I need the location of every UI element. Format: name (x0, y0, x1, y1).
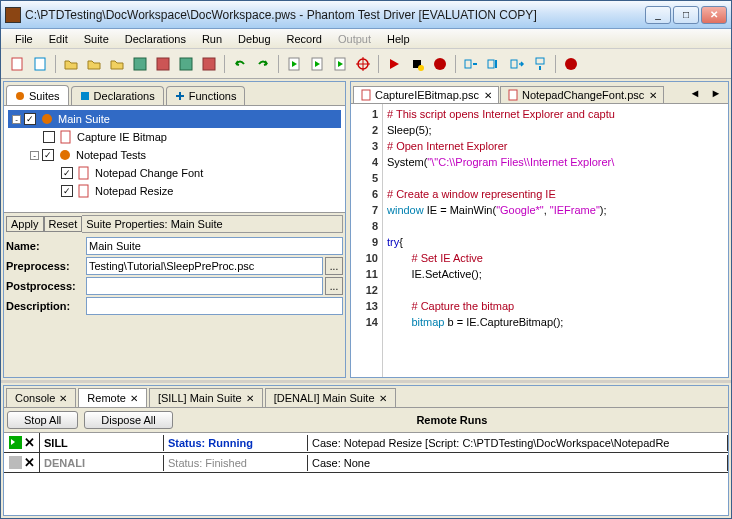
tb-target-icon[interactable] (353, 54, 373, 74)
tree-item[interactable]: ✓Notepad Change Font (8, 164, 341, 182)
code-line[interactable]: bitmap b = IE.CaptureBitmap(); (387, 314, 724, 330)
tb-save3-icon[interactable] (176, 54, 196, 74)
tb-new2-icon[interactable] (30, 54, 50, 74)
code-line[interactable]: System("\"C:\\Program Files\\Internet Ex… (387, 154, 724, 170)
menu-suite[interactable]: Suite (76, 31, 117, 47)
code-line[interactable]: # Create a window representing IE (387, 186, 724, 202)
remote-row[interactable]: ✕SILLStatus: RunningCase: Notepad Resize… (4, 433, 728, 453)
menu-declarations[interactable]: Declarations (117, 31, 194, 47)
code-line[interactable]: # Open Internet Explorer (387, 138, 724, 154)
checkbox[interactable]: ✓ (61, 185, 73, 197)
tab-functions[interactable]: Functions (166, 86, 246, 105)
tb-open2-icon[interactable] (84, 54, 104, 74)
tab-declarations[interactable]: Declarations (71, 86, 164, 105)
tree-item[interactable]: -✓Main Suite (8, 110, 341, 128)
close-tab-icon[interactable]: ✕ (484, 90, 492, 101)
editor-tab[interactable]: NotepadChangeFont.psc✕ (500, 86, 664, 103)
tb-step2-icon[interactable] (484, 54, 504, 74)
tb-step1-icon[interactable] (461, 54, 481, 74)
tb-redo-icon[interactable] (253, 54, 273, 74)
checkbox[interactable]: ✓ (24, 113, 36, 125)
bottom-tab[interactable]: Remote✕ (78, 388, 147, 407)
menu-edit[interactable]: Edit (41, 31, 76, 47)
tb-open3-icon[interactable] (107, 54, 127, 74)
remote-panel: Stop All Dispose All Remote Runs ✕SILLSt… (4, 408, 728, 515)
bottom-tab[interactable]: Console✕ (6, 388, 76, 407)
preprocess-input[interactable] (86, 257, 323, 275)
code-editor[interactable]: 1234567891011121314 # This script opens … (351, 104, 728, 377)
dispose-all-button[interactable]: Dispose All (84, 411, 172, 429)
close-tab-icon[interactable]: ✕ (59, 393, 67, 404)
close-tab-icon[interactable]: ✕ (130, 393, 138, 404)
menu-help[interactable]: Help (379, 31, 418, 47)
checkbox[interactable] (43, 131, 55, 143)
tab-suites[interactable]: Suites (6, 85, 69, 105)
tree-item[interactable]: -✓Notepad Tests (8, 146, 341, 164)
code-line[interactable]: try{ (387, 234, 724, 250)
tab-prev-icon[interactable]: ◄ (685, 83, 705, 103)
code-area[interactable]: # This script opens Internet Explorer an… (383, 104, 728, 377)
menu-output[interactable]: Output (330, 31, 379, 47)
suite-tree[interactable]: -✓Main SuiteCapture IE Bitmap-✓Notepad T… (4, 106, 345, 212)
tb-step3-icon[interactable] (507, 54, 527, 74)
code-line[interactable] (387, 170, 724, 186)
delete-icon[interactable]: ✕ (24, 455, 35, 470)
reset-button[interactable]: Reset (44, 216, 83, 232)
bottom-panel: Console✕Remote✕[SILL] Main Suite✕[DENALI… (3, 385, 729, 516)
menu-record[interactable]: Record (279, 31, 330, 47)
checkbox[interactable]: ✓ (42, 149, 54, 161)
close-tab-icon[interactable]: ✕ (379, 393, 387, 404)
close-tab-icon[interactable]: ✕ (246, 393, 254, 404)
code-line[interactable]: window IE = MainWin("Google*", "IEFrame"… (387, 202, 724, 218)
tb-doc3-icon[interactable] (330, 54, 350, 74)
bottom-tab[interactable]: [SILL] Main Suite✕ (149, 388, 263, 407)
remote-row[interactable]: ✕DENALIStatus: FinishedCase: None (4, 453, 728, 473)
tb-step4-icon[interactable] (530, 54, 550, 74)
close-tab-icon[interactable]: ✕ (649, 90, 657, 101)
tab-next-icon[interactable]: ► (706, 83, 726, 103)
code-line[interactable]: # Set IE Active (387, 250, 724, 266)
code-line[interactable] (387, 282, 724, 298)
line-number: 7 (355, 202, 378, 218)
tb-run2-icon[interactable] (407, 54, 427, 74)
tb-new-icon[interactable] (7, 54, 27, 74)
tb-save4-icon[interactable] (199, 54, 219, 74)
editor-tab[interactable]: CaptureIEBitmap.psc✕ (353, 86, 499, 103)
name-input[interactable] (86, 237, 343, 255)
tb-doc1-icon[interactable] (284, 54, 304, 74)
checkbox[interactable]: ✓ (61, 167, 73, 179)
tree-item[interactable]: ✓Notepad Resize (8, 182, 341, 200)
tb-save2-icon[interactable] (153, 54, 173, 74)
close-button[interactable]: ✕ (701, 6, 727, 24)
maximize-button[interactable]: □ (673, 6, 699, 24)
tb-save-icon[interactable] (130, 54, 150, 74)
titlebar[interactable]: C:\PTDTesting\DocWorkspace\DocWorkspace.… (1, 1, 731, 29)
apply-button[interactable]: Apply (6, 216, 44, 232)
expand-icon[interactable]: - (30, 151, 39, 160)
menu-file[interactable]: File (7, 31, 41, 47)
delete-icon[interactable]: ✕ (24, 435, 35, 450)
bottom-tab[interactable]: [DENALI] Main Suite✕ (265, 388, 396, 407)
code-line[interactable]: # Capture the bitmap (387, 298, 724, 314)
code-line[interactable] (387, 218, 724, 234)
menu-debug[interactable]: Debug (230, 31, 278, 47)
status-cell: Status: Running (164, 435, 308, 451)
minimize-button[interactable]: _ (645, 6, 671, 24)
tb-stop2-icon[interactable] (561, 54, 581, 74)
stop-all-button[interactable]: Stop All (7, 411, 78, 429)
tb-open-icon[interactable] (61, 54, 81, 74)
code-line[interactable]: Sleep(5); (387, 122, 724, 138)
code-line[interactable]: # This script opens Internet Explorer an… (387, 106, 724, 122)
postprocess-browse-button[interactable]: ... (325, 277, 343, 295)
tb-undo-icon[interactable] (230, 54, 250, 74)
preprocess-browse-button[interactable]: ... (325, 257, 343, 275)
code-line[interactable]: IE.SetActive(); (387, 266, 724, 282)
tb-doc2-icon[interactable] (307, 54, 327, 74)
description-input[interactable] (86, 297, 343, 315)
tb-stop-icon[interactable] (430, 54, 450, 74)
expand-icon[interactable]: - (12, 115, 21, 124)
tb-run-icon[interactable] (384, 54, 404, 74)
menu-run[interactable]: Run (194, 31, 230, 47)
postprocess-input[interactable] (86, 277, 323, 295)
tree-item[interactable]: Capture IE Bitmap (8, 128, 341, 146)
